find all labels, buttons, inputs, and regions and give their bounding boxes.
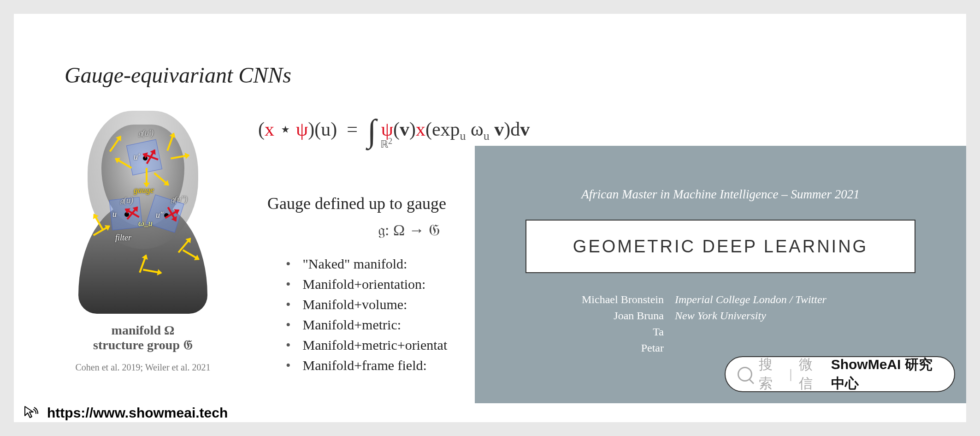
label-omega-u: ω_u [138, 219, 153, 228]
overlay-authors: Michael Bronstein Imperial College Londo… [525, 293, 915, 358]
bullet-item: "Naked" manifold: [286, 256, 447, 272]
overlay-program-line: African Master in Machine Intelligence –… [475, 187, 966, 202]
bust-illustration: 𝔤(u′) u′ gauge 𝔤(u) 𝔤(u″) u u″ ω_u filte… [78, 106, 207, 318]
cursor-click-icon [23, 405, 40, 421]
overlay-title-text: GEOMETRIC DEEP LEARNING [573, 237, 868, 257]
bullet-item: Manifold+volume: [286, 297, 447, 312]
overlay-title-slide: African Master in Machine Intelligence –… [475, 146, 966, 403]
label-gu-dprime: 𝔤(u″) [171, 195, 188, 204]
author-row: Michael Bronstein Imperial College Londo… [525, 293, 915, 306]
overlay-title-box: GEOMETRIC DEEP LEARNING [525, 220, 915, 273]
gauge-subheading: Gauge defined up to gauge [267, 194, 446, 213]
label-u-dprime: u″ [156, 210, 164, 220]
gauge-map-line: 𝔤: Ω → 𝔊 [378, 221, 440, 239]
author-affiliation: Imperial College London / Twitter [675, 293, 827, 306]
figure-citation: Cohen et al. 2019; Weiler et al. 2021 [60, 362, 226, 373]
search-hint: 搜索 [759, 355, 783, 393]
author-row: Joan Bruna New York University [525, 310, 915, 322]
footer-link[interactable]: https://www.showmeai.tech [23, 405, 228, 421]
gauge-arrow-icon [146, 168, 148, 186]
author-name: Petar [525, 342, 664, 354]
author-name: Ta [525, 326, 664, 338]
label-filter: filter [115, 233, 131, 243]
bullet-item: Manifold+metric: [286, 317, 447, 333]
search-hint-wechat: 微信 [799, 355, 823, 393]
caption-line-2: structure group 𝔊 [60, 338, 226, 353]
label-gu: 𝔤(u) [120, 196, 133, 205]
bullet-item: Manifold+metric+orientat [286, 337, 447, 353]
author-row: Petar [525, 342, 915, 354]
author-name: Michael Bronstein [525, 293, 664, 306]
bullet-item: Manifold+frame field: [286, 358, 447, 373]
label-gauge: gauge [134, 185, 154, 195]
label-gu-prime: 𝔤(u′) [138, 128, 153, 138]
author-affiliation: New York University [675, 310, 766, 322]
main-equation: (x ⋆ ψ)(u) = ∫ℝ2 ψ(v)x(expu ωu v)dv [258, 118, 530, 144]
search-brand: ShowMeAI 研究中心 [831, 355, 942, 393]
manifold-figure: 𝔤(u′) u′ gauge 𝔤(u) 𝔤(u″) u u″ ω_u filte… [60, 106, 226, 318]
author-name: Joan Bruna [525, 310, 664, 322]
slide-title: Gauge-equivariant CNNs [65, 62, 291, 88]
figure-caption: manifold Ω structure group 𝔊 [60, 323, 226, 353]
bullet-item: Manifold+orientation: [286, 276, 447, 292]
label-u: u [112, 209, 117, 219]
search-icon [738, 367, 752, 382]
label-u-prime: u′ [134, 152, 140, 162]
author-row: Ta [525, 326, 915, 338]
caption-line-1: manifold Ω [60, 323, 226, 338]
separator-icon: | [789, 367, 792, 382]
footer-url-text: https://www.showmeai.tech [47, 405, 228, 421]
manifold-bullets: "Naked" manifold: Manifold+orientation: … [286, 256, 447, 378]
wechat-search-chip[interactable]: 搜索 | 微信 ShowMeAI 研究中心 [725, 356, 955, 392]
